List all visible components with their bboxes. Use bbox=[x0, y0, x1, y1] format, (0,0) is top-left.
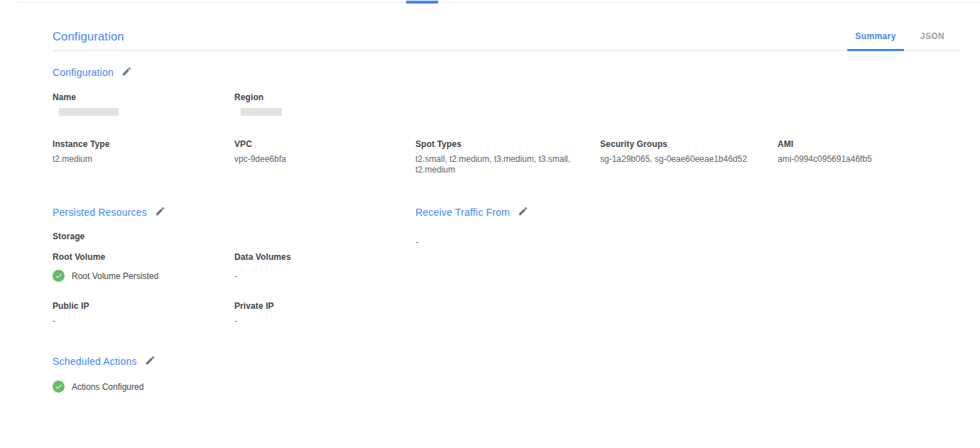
persisted-resources-heading: Persisted Resources bbox=[53, 207, 415, 218]
private-ip-label: Private IP bbox=[234, 301, 415, 311]
check-circle-icon bbox=[53, 270, 65, 282]
ami-label: AMI bbox=[778, 139, 961, 149]
edit-receive-traffic-button[interactable] bbox=[518, 207, 529, 218]
view-tabs: Summary JSON bbox=[847, 31, 961, 50]
vpc-label: VPC bbox=[234, 139, 415, 149]
ip-labels-row: Public IP Private IP bbox=[53, 301, 415, 311]
spot-types-value: t2.small, t2.medium, t3.medium, t3.small… bbox=[415, 154, 582, 175]
vpc-value: vpc-9dee6bfa bbox=[234, 154, 415, 165]
edit-persisted-resources-button[interactable] bbox=[155, 207, 166, 218]
edit-scheduled-actions-button[interactable] bbox=[145, 356, 156, 367]
tab-summary-underline bbox=[847, 49, 904, 51]
pencil-icon bbox=[121, 66, 132, 79]
receive-traffic-section: Receive Traffic From - bbox=[415, 207, 961, 327]
ip-values-row: - - bbox=[53, 311, 415, 327]
page-title: Configuration bbox=[53, 30, 124, 50]
name-field: Name bbox=[53, 92, 234, 116]
scheduled-actions-heading: Scheduled Actions bbox=[53, 356, 961, 367]
configuration-section-heading: Configuration bbox=[53, 67, 961, 78]
instance-details-row: Instance Type t2.medium VPC vpc-9dee6bfa… bbox=[53, 139, 961, 175]
root-volume-label: Root Volume bbox=[53, 252, 234, 262]
main-content: Configuration Summary JSON Configuration… bbox=[53, 0, 961, 393]
persisted-resources-section: Persisted Resources Storage Root Volume … bbox=[53, 207, 415, 327]
volumes-values-row: Root Volume Persisted - bbox=[53, 270, 415, 282]
scheduled-actions-title: Scheduled Actions bbox=[53, 356, 137, 367]
receive-traffic-title: Receive Traffic From bbox=[415, 207, 510, 218]
tab-json-label: JSON bbox=[920, 31, 944, 41]
storage-label: Storage bbox=[53, 231, 415, 241]
security-groups-value: sg-1a29b065, sg-0eae60eeae1b46d52 bbox=[600, 154, 778, 165]
public-ip-label: Public IP bbox=[53, 301, 234, 311]
sections-row: Persisted Resources Storage Root Volume … bbox=[53, 207, 961, 327]
data-volumes-value: - bbox=[234, 271, 415, 282]
ami-field: AMI ami-0994c095691a46fb5 bbox=[778, 139, 961, 175]
root-volume-status: Root Volume Persisted bbox=[53, 270, 234, 282]
region-label: Region bbox=[234, 92, 415, 102]
name-value-redacted bbox=[59, 108, 119, 116]
ami-value: ami-0994c095691a46fb5 bbox=[778, 154, 961, 165]
spot-types-field: Spot Types t2.small, t2.medium, t3.mediu… bbox=[415, 139, 600, 175]
vpc-field: VPC vpc-9dee6bfa bbox=[234, 139, 415, 175]
instance-type-value: t2.medium bbox=[53, 154, 234, 165]
instance-type-field: Instance Type t2.medium bbox=[53, 139, 234, 175]
name-region-row: Name Region bbox=[53, 92, 961, 116]
pencil-icon bbox=[518, 206, 528, 219]
tab-summary[interactable]: Summary bbox=[847, 31, 904, 50]
configuration-section-title: Configuration bbox=[53, 67, 114, 78]
private-ip-value: - bbox=[234, 316, 415, 327]
pencil-icon bbox=[145, 355, 156, 368]
edit-configuration-button[interactable] bbox=[121, 67, 133, 78]
receive-traffic-value: - bbox=[415, 237, 961, 248]
pencil-icon bbox=[155, 206, 165, 219]
security-groups-field: Security Groups sg-1a29b065, sg-0eae60ee… bbox=[600, 139, 778, 175]
check-circle-icon bbox=[53, 381, 65, 393]
name-label: Name bbox=[53, 92, 234, 102]
instance-type-label: Instance Type bbox=[53, 139, 234, 149]
volumes-labels-row: Root Volume Data Volumes bbox=[53, 252, 415, 262]
scheduled-actions-status: Actions Configured bbox=[53, 381, 961, 393]
tab-summary-label: Summary bbox=[855, 31, 896, 41]
persisted-resources-title: Persisted Resources bbox=[53, 207, 147, 218]
receive-traffic-heading: Receive Traffic From bbox=[415, 207, 961, 218]
public-ip-value: - bbox=[53, 316, 234, 327]
root-volume-status-text: Root Volume Persisted bbox=[72, 271, 158, 281]
region-field: Region bbox=[234, 92, 415, 116]
scheduled-actions-status-text: Actions Configured bbox=[72, 382, 143, 392]
tab-json[interactable]: JSON bbox=[904, 31, 961, 50]
spot-types-label: Spot Types bbox=[415, 139, 600, 149]
page-header: Configuration Summary JSON bbox=[53, 0, 961, 51]
region-value-redacted bbox=[241, 108, 282, 116]
security-groups-label: Security Groups bbox=[600, 139, 778, 149]
data-volumes-label: Data Volumes bbox=[234, 252, 415, 262]
